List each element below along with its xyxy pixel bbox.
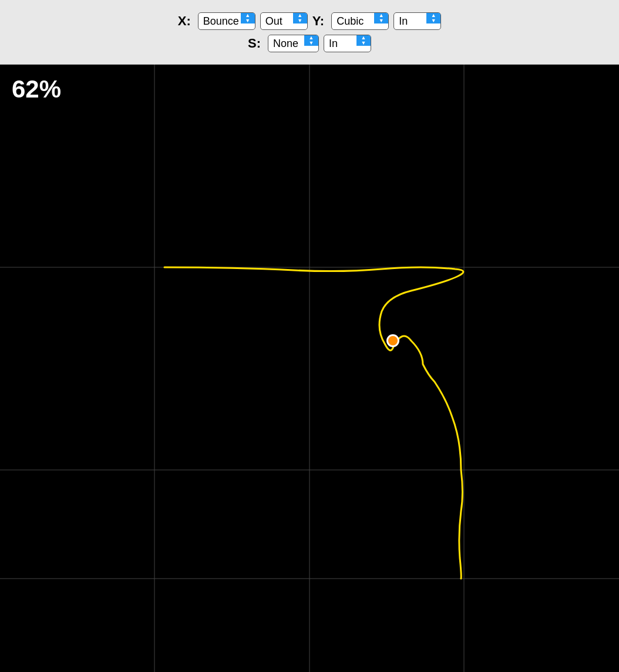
x-easing-spinner[interactable]: ▲ ▼ bbox=[241, 13, 255, 23]
s-easing-wrapper: None Linear Quad Cubic ▲ ▼ bbox=[268, 35, 319, 52]
controls-bar: X: Bounce Linear Quad Cubic Quart Quint … bbox=[0, 0, 619, 65]
x-label: X: bbox=[178, 14, 191, 29]
percentage-display: 62% bbox=[12, 75, 61, 103]
y-label: Y: bbox=[312, 14, 324, 29]
position-dot bbox=[386, 334, 399, 347]
x-direction-spinner[interactable]: ▲ ▼ bbox=[293, 13, 307, 23]
s-controls-row: S: None Linear Quad Cubic ▲ ▼ In Out InO… bbox=[248, 35, 371, 52]
s-direction-select[interactable]: In Out InOut bbox=[324, 35, 356, 52]
x-easing-select[interactable]: Bounce Linear Quad Cubic Quart Quint Sin… bbox=[199, 13, 241, 29]
s-direction-spinner[interactable]: ▲ ▼ bbox=[356, 35, 371, 46]
s-easing-select[interactable]: None Linear Quad Cubic bbox=[268, 35, 304, 52]
animation-curve bbox=[0, 65, 619, 672]
x-easing-wrapper: Bounce Linear Quad Cubic Quart Quint Sin… bbox=[198, 12, 255, 30]
canvas-area: 62% bbox=[0, 65, 619, 672]
y-easing-select[interactable]: Cubic Linear Quad Quart Quint Sine Expo … bbox=[332, 13, 374, 29]
x-direction-select[interactable]: Out In InOut bbox=[261, 13, 293, 29]
xy-controls-row: X: Bounce Linear Quad Cubic Quart Quint … bbox=[178, 12, 441, 30]
s-easing-spinner[interactable]: ▲ ▼ bbox=[304, 35, 318, 46]
y-direction-spinner[interactable]: ▲ ▼ bbox=[426, 13, 440, 23]
x-direction-wrapper: Out In InOut ▲ ▼ bbox=[260, 12, 308, 30]
y-direction-select[interactable]: In Out InOut bbox=[394, 13, 426, 29]
s-direction-wrapper: In Out InOut ▲ ▼ bbox=[324, 35, 371, 52]
s-label: S: bbox=[248, 36, 261, 51]
y-direction-wrapper: In Out InOut ▲ ▼ bbox=[393, 12, 441, 30]
y-easing-wrapper: Cubic Linear Quad Quart Quint Sine Expo … bbox=[331, 12, 389, 30]
y-easing-spinner[interactable]: ▲ ▼ bbox=[374, 13, 388, 23]
